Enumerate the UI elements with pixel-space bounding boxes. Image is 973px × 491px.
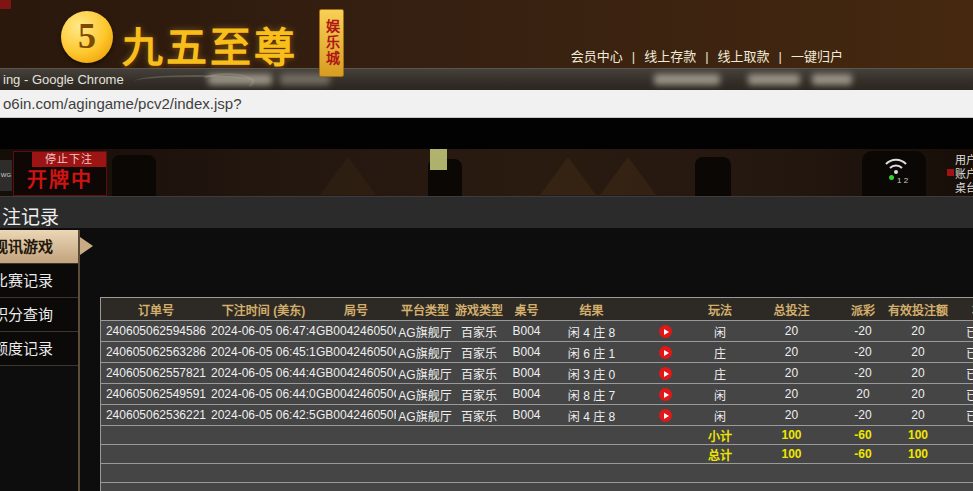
round-cell: GB004246050G1 xyxy=(316,384,396,405)
game-cell: 百家乐 xyxy=(454,384,504,405)
empty-cell xyxy=(101,426,211,445)
play-type-cell: 闲 xyxy=(696,405,744,426)
platform-cell: AG旗舰厅 xyxy=(396,405,454,426)
play-type-cell: 庄 xyxy=(696,363,744,384)
result-cell: 闲 6 庄 1 xyxy=(549,342,634,363)
chrome-urlbar[interactable]: o6in.com/agingame/pcv2/index.jsp? xyxy=(0,90,973,118)
table-row: 2406050625945862024-06-05 06:47:47GB0042… xyxy=(101,321,973,342)
empty-cell xyxy=(211,483,316,491)
black-strip xyxy=(0,118,973,149)
empty-cell xyxy=(316,464,396,483)
empty-cell xyxy=(454,464,504,483)
column-header: 桌号 xyxy=(504,298,549,321)
empty-cell xyxy=(549,464,634,483)
blurred-account-info xyxy=(654,74,720,85)
order-cell: 240605062557821 xyxy=(101,363,211,384)
logo-icon: 5 xyxy=(61,11,113,63)
payout-cell: -20 xyxy=(839,363,887,384)
video-overlay-label: 用户 xyxy=(955,153,973,167)
chrome-titlebar[interactable]: ing - Google Chrome xyxy=(0,68,973,90)
page-title: 注记录 xyxy=(2,202,59,229)
round-cell: GB004246050G7 xyxy=(316,321,396,342)
empty-cell xyxy=(839,483,887,491)
logo-number: 5 xyxy=(78,16,96,56)
empty-cell xyxy=(454,445,504,464)
sum-payout-cell: -60 xyxy=(839,445,887,464)
nav-link[interactable]: 线上存款 xyxy=(644,49,696,64)
blurred-text xyxy=(208,74,272,85)
empty-cell xyxy=(454,483,504,491)
bet-cell: 20 xyxy=(744,384,839,405)
dealer-silhouette xyxy=(695,157,731,196)
app-root: 5 九五至尊 娱乐城 会员中心|线上存款|线上取款|一键归户 ing - Goo… xyxy=(0,0,973,491)
nav-separator: | xyxy=(779,49,782,64)
column-header: 局号 xyxy=(316,298,396,321)
empty-cell xyxy=(101,445,211,464)
column-header: 订单号 xyxy=(101,298,211,321)
table-no-cell: B004 xyxy=(504,405,549,426)
round-cell: GB004246050FZ xyxy=(316,405,396,426)
payout-cell: -20 xyxy=(839,405,887,426)
play-type-cell: 闲 xyxy=(696,321,744,342)
empty-cell xyxy=(549,426,634,445)
sum-bet-cell: 100 xyxy=(744,445,839,464)
payout-cell: 20 xyxy=(839,384,887,405)
total-row: 总计100-60100 xyxy=(101,445,973,464)
round-cell: GB004246050G3 xyxy=(316,342,396,363)
nav-link[interactable]: 会员中心 xyxy=(571,49,623,64)
sidebar-item-积分查询[interactable]: 积分查询 xyxy=(0,298,78,332)
empty-cell xyxy=(949,426,973,445)
valid-bet-cell: 20 xyxy=(887,363,949,384)
bet-cell: 20 xyxy=(744,342,839,363)
content-area: 视讯游戏比赛记录积分查询额度记录 局号 订单号 平台类型 xyxy=(0,228,973,491)
wifi-icon xyxy=(884,157,908,175)
result-cell: 闲 4 庄 8 xyxy=(549,405,634,426)
play-replay-button[interactable] xyxy=(659,409,672,422)
banner-nav: 会员中心|线上存款|线上取款|一键归户 xyxy=(571,46,843,65)
empty-cell xyxy=(634,426,696,445)
time-cell: 2024-06-05 06:44:44 xyxy=(211,363,316,384)
replay-cell xyxy=(634,405,696,426)
empty-cell xyxy=(744,464,839,483)
nav-link[interactable]: 一键归户 xyxy=(791,49,843,64)
betting-closed-label: 停止下注 xyxy=(32,152,106,167)
play-replay-button[interactable] xyxy=(659,367,672,380)
empty-cell xyxy=(504,426,549,445)
empty-cell xyxy=(211,426,316,445)
empty-cell xyxy=(887,483,949,491)
empty-cell xyxy=(396,445,454,464)
order-cell: 240605062536221 xyxy=(101,405,211,426)
sum-bet-cell: 100 xyxy=(744,426,839,445)
play-replay-button[interactable] xyxy=(659,325,672,338)
sidebar-item-额度记录[interactable]: 额度记录 xyxy=(0,332,78,366)
status-cell: 已结算 xyxy=(949,405,973,426)
empty-cell xyxy=(696,483,744,491)
column-header: 游戏类型 xyxy=(454,298,504,321)
game-status-box: 停止下注 开牌中 xyxy=(13,151,107,196)
status-cell: 已结算 xyxy=(949,342,973,363)
result-cell: 闲 8 庄 7 xyxy=(549,384,634,405)
sum-label-cell: 小计 xyxy=(696,426,744,445)
table-no-cell: B004 xyxy=(504,384,549,405)
online-dot xyxy=(889,175,894,180)
empty-cell xyxy=(211,464,316,483)
play-replay-button[interactable] xyxy=(659,346,672,359)
column-header xyxy=(634,298,696,321)
play-replay-button[interactable] xyxy=(659,388,672,401)
bet-cell: 20 xyxy=(744,405,839,426)
red-marker xyxy=(947,169,954,176)
nav-separator: | xyxy=(632,49,635,64)
valid-bet-cell: 20 xyxy=(887,321,949,342)
game-cell: 百家乐 xyxy=(454,405,504,426)
column-header: 总投注 xyxy=(744,298,839,321)
nav-link[interactable]: 线上取款 xyxy=(718,49,770,64)
play-type-cell: 庄 xyxy=(696,342,744,363)
game-cell: 百家乐 xyxy=(454,321,504,342)
platform-cell: AG旗舰厅 xyxy=(396,363,454,384)
table-row: 2406050625578212024-06-05 06:44:44GB0042… xyxy=(101,363,973,384)
video-overlay-label: 桌台 xyxy=(955,181,973,195)
order-cell: 240605062594586 xyxy=(101,321,211,342)
table-no-cell: B004 xyxy=(504,342,549,363)
blurred-account-info xyxy=(748,74,800,85)
sum-label-cell: 总计 xyxy=(696,445,744,464)
